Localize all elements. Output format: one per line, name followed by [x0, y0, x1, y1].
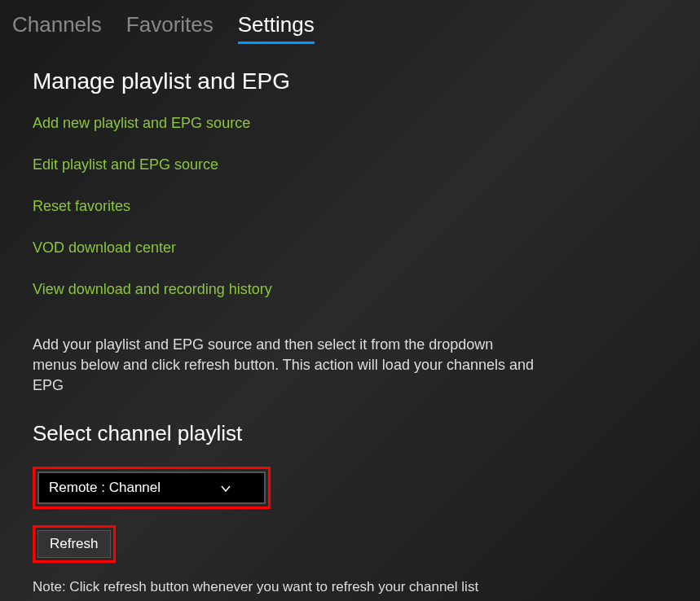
link-add-new-playlist[interactable]: Add new playlist and EPG source [33, 115, 667, 132]
section-title: Manage playlist and EPG [33, 68, 667, 94]
chevron-down-icon [220, 482, 231, 494]
playlist-dropdown[interactable]: Remote : Channel [37, 472, 266, 504]
link-edit-playlist[interactable]: Edit playlist and EPG source [33, 156, 667, 173]
note-text: Note: Click refresh button whenever you … [33, 579, 667, 595]
link-reset-favorites[interactable]: Reset favorites [33, 198, 667, 215]
tab-favorites[interactable]: Favorites [126, 12, 214, 44]
tab-settings[interactable]: Settings [238, 12, 315, 44]
settings-content: Manage playlist and EPG Add new playlist… [0, 52, 700, 601]
tab-bar: Channels Favorites Settings [0, 0, 700, 52]
dropdown-selected-value: Remote : Channel [49, 480, 161, 496]
refresh-highlight: Refresh [33, 525, 116, 563]
link-vod-center[interactable]: VOD download center [33, 239, 667, 257]
refresh-button[interactable]: Refresh [37, 530, 111, 558]
description-text: Add your playlist and EPG source and the… [33, 335, 538, 397]
tab-channels[interactable]: Channels [12, 12, 102, 44]
select-playlist-title: Select channel playlist [33, 421, 667, 446]
dropdown-highlight: Remote : Channel [33, 467, 271, 509]
link-view-history[interactable]: View download and recording history [33, 281, 667, 298]
